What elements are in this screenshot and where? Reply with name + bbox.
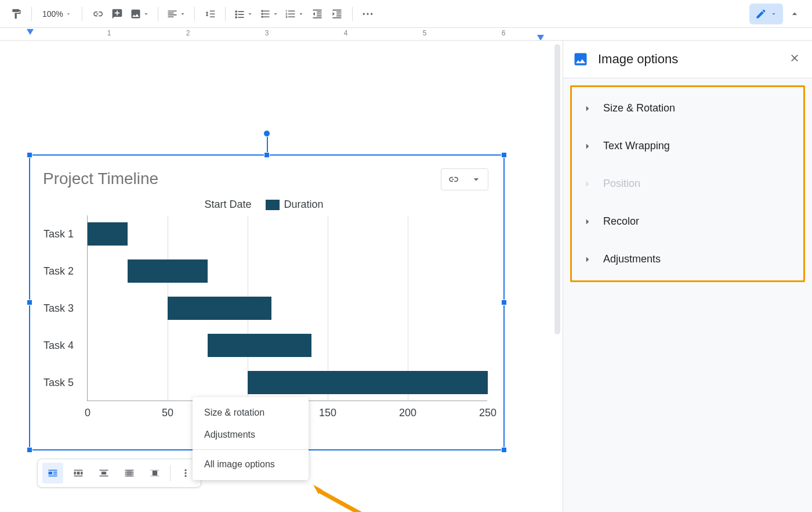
collapse-toolbar-button[interactable] — [784, 3, 805, 24]
panel-section-label: Recolor — [603, 215, 639, 228]
resize-handle-tr[interactable] — [501, 152, 507, 158]
panel-sections-highlight: Size & RotationText WrappingPositionReco… — [570, 85, 805, 282]
chart-bar — [128, 259, 208, 283]
svg-marker-0 — [313, 485, 322, 494]
rotation-line — [267, 136, 268, 152]
chart-menu-button[interactable] — [465, 169, 488, 190]
y-axis-category-label: Task 5 — [44, 377, 82, 389]
chevron-right-icon — [582, 254, 593, 265]
panel-section-recolor[interactable]: Recolor — [572, 203, 803, 240]
y-axis-category-label: Task 4 — [44, 340, 82, 352]
legend-item-start: Start Date — [204, 199, 251, 211]
panel-section-position: Position — [572, 165, 803, 203]
toolbar-separator — [194, 7, 195, 21]
line-spacing-button[interactable] — [201, 5, 219, 23]
ruler-number: 2 — [186, 29, 190, 37]
svg-line-1 — [320, 491, 360, 512]
panel-section-size-rotation[interactable]: Size & Rotation — [572, 89, 803, 127]
panel-section-label: Position — [603, 178, 640, 190]
zoom-select[interactable]: 100% — [38, 5, 76, 23]
toolbar-separator — [31, 7, 32, 21]
chart-bar — [168, 297, 271, 320]
chevron-right-icon — [582, 103, 593, 114]
paint-format-button[interactable] — [7, 5, 26, 23]
panel-body: Size & RotationText WrappingPositionReco… — [563, 78, 812, 512]
panel-title: Image options — [598, 52, 780, 67]
resize-handle-bl[interactable] — [27, 447, 32, 453]
x-axis-tick-label: 250 — [479, 407, 496, 419]
wrap-front-button[interactable] — [144, 463, 165, 484]
zoom-value: 100% — [42, 9, 63, 19]
panel-section-text-wrapping[interactable]: Text Wrapping — [572, 127, 803, 165]
resize-handle-tc[interactable] — [264, 152, 270, 158]
main-toolbar: 100% — [0, 0, 812, 28]
x-axis-tick-label: 50 — [162, 407, 173, 419]
image-context-menu: Size & rotation Adjustments All image op… — [193, 397, 309, 480]
chart-legend: Start Date Duration — [41, 199, 487, 211]
y-axis-category-label: Task 3 — [44, 302, 82, 315]
ruler-number: 1 — [107, 29, 111, 37]
horizontal-ruler[interactable]: 123456 — [0, 28, 812, 41]
legend-swatch-icon — [266, 200, 280, 210]
panel-section-label: Text Wrapping — [603, 140, 670, 152]
bulleted-list-button[interactable] — [257, 5, 281, 23]
more-toolbar-button[interactable] — [358, 5, 377, 23]
panel-section-label: Size & Rotation — [603, 102, 675, 114]
panel-close-button[interactable] — [789, 52, 800, 66]
chart-bar — [88, 222, 128, 246]
panel-section-label: Adjustments — [603, 253, 661, 265]
align-button[interactable] — [164, 5, 188, 23]
svg-rect-3 — [153, 471, 157, 475]
legend-item-duration: Duration — [266, 199, 324, 211]
decrease-indent-button[interactable] — [308, 5, 327, 23]
wrap-behind-button[interactable] — [119, 463, 140, 484]
ruler-right-indent-marker[interactable] — [537, 35, 544, 41]
increase-indent-button[interactable] — [328, 5, 346, 23]
vertical-scrollbar[interactable] — [554, 44, 560, 334]
chevron-right-icon — [582, 217, 593, 227]
ruler-number: 3 — [265, 29, 269, 37]
resize-handle-tl[interactable] — [27, 152, 32, 158]
toolbar-separator — [225, 7, 226, 21]
image-options-panel: Image options Size & RotationText Wrappi… — [563, 41, 812, 512]
panel-section-adjustments[interactable]: Adjustments — [572, 240, 803, 278]
toolbar-separator — [352, 7, 353, 21]
chart-plot-area: 050100150200250Task 1Task 2Task 3Task 4T… — [87, 215, 487, 401]
x-axis-tick-label: 200 — [399, 407, 416, 419]
wrap-inline-button[interactable] — [42, 463, 63, 484]
image-options-icon — [572, 51, 589, 67]
numbered-list-button[interactable] — [282, 5, 307, 23]
ruler-left-indent-marker[interactable] — [27, 29, 34, 35]
y-axis-category-label: Task 2 — [44, 265, 82, 277]
chart-bar — [248, 371, 488, 394]
insert-link-button[interactable] — [88, 5, 107, 23]
wrap-text-button[interactable] — [68, 463, 89, 484]
checklist-button[interactable] — [231, 5, 256, 23]
annotation-arrow-icon — [313, 483, 365, 512]
insert-image-button[interactable] — [128, 5, 152, 23]
legend-item-duration-label: Duration — [284, 199, 324, 210]
chart-bar — [208, 334, 311, 357]
add-comment-button[interactable] — [108, 5, 126, 23]
context-menu-separator — [193, 449, 309, 450]
rotation-handle[interactable] — [263, 130, 270, 137]
context-menu-all-image-options[interactable]: All image options — [193, 453, 309, 475]
chevron-right-icon — [582, 179, 593, 189]
ruler-number: 5 — [423, 29, 427, 37]
x-axis-tick-label: 0 — [85, 407, 90, 419]
resize-handle-mr[interactable] — [501, 300, 507, 305]
resize-handle-ml[interactable] — [27, 300, 32, 305]
chart-link-button[interactable] — [441, 169, 465, 190]
editing-mode-button[interactable] — [749, 3, 783, 24]
context-menu-size-rotation[interactable]: Size & rotation — [193, 402, 309, 424]
x-axis-tick-label: 150 — [319, 407, 336, 419]
document-canvas[interactable]: Project Timeline Start Date Duration 050… — [0, 41, 563, 512]
image-layout-toolbar — [37, 459, 201, 488]
svg-rect-2 — [127, 471, 132, 475]
chart-title: Project Timeline — [43, 170, 487, 188]
resize-handle-br[interactable] — [501, 447, 507, 453]
panel-header: Image options — [563, 41, 812, 78]
wrap-break-button[interactable] — [93, 463, 114, 484]
ruler-number: 6 — [502, 29, 506, 37]
context-menu-adjustments[interactable]: Adjustments — [193, 424, 309, 446]
